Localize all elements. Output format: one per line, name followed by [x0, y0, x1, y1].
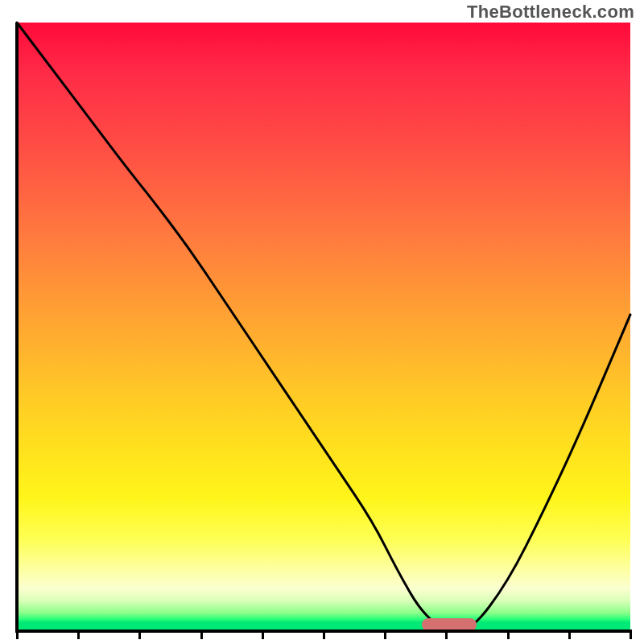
x-tick	[77, 631, 80, 639]
watermark-text: TheBottleneck.com	[467, 2, 634, 23]
x-tick	[507, 631, 510, 639]
x-tick	[323, 631, 325, 639]
x-tick	[16, 631, 19, 639]
bottleneck-curve-path	[17, 23, 630, 631]
chart-root: TheBottleneck.com	[0, 0, 644, 644]
x-tick	[568, 631, 571, 639]
x-tick	[445, 631, 448, 639]
curve-layer	[17, 23, 630, 631]
y-axis	[15, 23, 19, 631]
plot-area	[17, 23, 630, 631]
x-tick	[138, 631, 141, 639]
x-tick	[630, 631, 632, 639]
x-tick	[262, 631, 264, 639]
x-tick	[384, 631, 386, 639]
x-tick	[200, 631, 203, 639]
